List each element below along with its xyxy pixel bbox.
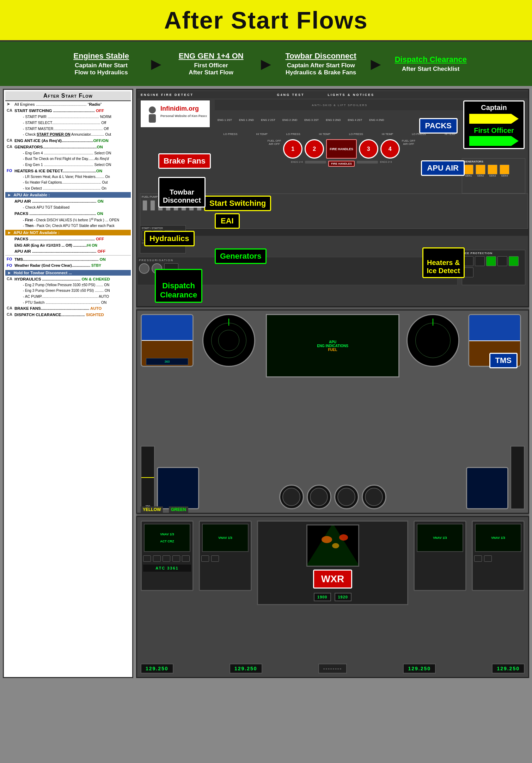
- generators-label: Generators: [220, 252, 261, 260]
- section-apu-not-available: ► APU Air NOT Available :: [5, 230, 131, 235]
- wxr-blip-1: [322, 536, 332, 543]
- nd-heading-line: [228, 319, 229, 326]
- checklist-row-eng3-pump: - Eng 3 Pump Green Pressure 3100 ±50 PSI…: [5, 288, 131, 294]
- logo-site: Infinidim.org Personal Website of Ken Pa…: [143, 103, 207, 125]
- checklist-row-eng2-pump: - Eng 2 Pump (Yellow Pressure 3100 ±50 P…: [5, 282, 131, 288]
- spacer2: [357, 161, 378, 164]
- horizon-line: [142, 340, 192, 341]
- checklist-row-disch-valves: - First - Check DISCH VALVES (½ before 1…: [5, 217, 131, 223]
- step2-title: ENG GEN 1+4 ON: [175, 51, 247, 61]
- checklist-row-pack-on: - Then - Pack On; Check APU TGT Stable a…: [5, 223, 131, 229]
- electric-section-label: ELECTRIC: [140, 229, 528, 236]
- gen4-switch: GEN4: [500, 165, 509, 177]
- checklist-row-eng-anti-ice: CA ENG ANT-ICE (As Req'd)...............…: [5, 137, 131, 144]
- right-horizon: [469, 340, 520, 341]
- wxr-blip-2: [332, 543, 339, 548]
- gauge-2: [307, 485, 331, 509]
- gauge-1: [279, 485, 304, 509]
- ice-protection-label: ICE PROTECTION: [464, 252, 524, 255]
- mfd-display: APU ENG INDICATIONS FUEL: [266, 314, 399, 377]
- pedestal-section: VNAV 1/3ACT CRZ ATC 3361: [136, 516, 529, 678]
- checklist-row-wxr: FO Weather Radar (Gnd Crew Clear).......…: [5, 263, 131, 269]
- checklist-row-heaters: FO HEATERS & ICE DETECT.................…: [5, 168, 131, 174]
- checklist-row-ptu: - PTU Switch ...........................…: [5, 300, 131, 306]
- gauge-4: [362, 485, 386, 509]
- panel-switches-row1: ENG 1 2STENG 1 2NDENG 2 2STENG 2 2ND ENG…: [218, 118, 384, 122]
- ice-protection-area: ICE PROTECTION: [462, 250, 525, 285]
- checklist-row-apu-air: APU AIR ................................…: [5, 198, 131, 204]
- instrument-section: 360 APU ENG: [136, 309, 529, 514]
- right-nd-ring: [415, 323, 451, 358]
- checklist-row-start-pwr: - START PWR ............................…: [5, 114, 131, 120]
- engine-fire-detect-label: ENGINE FIRE DETECT G4NG TEST LIGHTS & NO…: [137, 91, 528, 98]
- page-title: After Start Flows: [4, 6, 528, 34]
- atc-display: ATC 3361: [143, 565, 191, 572]
- step1-title: Engines Stable: [65, 51, 137, 61]
- svg-rect-2: [149, 114, 156, 123]
- step4-sub: After Start Checklist: [395, 66, 467, 73]
- hydraulics-label-box: Hydraulics: [144, 231, 195, 246]
- wxr-display: [306, 524, 359, 567]
- arrow-3: ►: [365, 54, 386, 74]
- fms2-keypad: [200, 554, 251, 563]
- checklist-row-eng-gen-1: - Eng Gen 1 ............................…: [5, 162, 131, 168]
- fire-handle-4: 4: [380, 139, 400, 159]
- overhead-section: ENGINE FIRE DETECT G4NG TEST LIGHTS & NO…: [136, 89, 529, 307]
- start-label: START / STARTER: [142, 227, 184, 229]
- checklist-title: After Start Flow: [5, 91, 131, 101]
- checklist-row-tms: FO TMS..................................…: [5, 256, 131, 263]
- dispatch-label-box: DispatchClearance: [155, 269, 202, 303]
- right-fms: VNAV 1/3: [472, 521, 525, 591]
- svg-text:Personal Website of Ken Pascoe: Personal Website of Ken Pascoe: [160, 114, 207, 118]
- nav-displays-row: 1900 1920: [314, 593, 351, 601]
- checklist-row-start-master: - START MASTER..........................…: [5, 126, 131, 132]
- captain-label: Captain: [469, 104, 519, 112]
- checklist-row-ac-pump: - AC PUMP...............................…: [5, 294, 131, 300]
- yellow-label-bottom: YELLOW: [141, 506, 163, 513]
- generators-label-box: Generators: [215, 248, 267, 264]
- left-pfd-display: 360: [141, 314, 194, 367]
- second-right-fms: VNAV 1/3: [414, 521, 466, 591]
- first-officer-arrow: [469, 136, 519, 146]
- step4-title: Dispatch Clearance: [395, 55, 467, 64]
- captain-arrow: [469, 114, 519, 124]
- green-label-bottom: GREEN: [169, 506, 188, 513]
- flow-step-2: ENG GEN 1+4 ON First OfficerAfter Start …: [169, 48, 253, 80]
- checklist-row-all-engines: ➤ All Engines ..........................…: [5, 101, 131, 107]
- eai-label-box: EAI: [215, 213, 240, 229]
- checklist-row-apu-air-off: APU AIR ................................…: [5, 248, 131, 254]
- apu-air-label-box: APU AIR: [421, 160, 465, 176]
- freq-spacer: --------: [318, 664, 347, 673]
- center-gauges-row: [201, 485, 464, 509]
- freq-2: 129.250: [230, 664, 262, 673]
- speed-bug: [141, 477, 154, 478]
- heaters-label: Heaters &Ice Detect: [427, 259, 460, 275]
- logo-area: Infinidim.org Personal Website of Ken Pa…: [140, 100, 210, 128]
- start-switching-label-box: Start Switching: [204, 196, 271, 211]
- fire-handle-1: 1: [283, 139, 302, 159]
- alt-tape-right: [510, 446, 525, 509]
- nd-ring-inner: [218, 330, 239, 351]
- dispatch-label: DispatchClearance: [160, 281, 197, 299]
- checklist-row-tie-check: - Bust Tie Check on First Flight of the …: [5, 156, 131, 162]
- hydraulics-label: Hydraulics: [149, 234, 189, 243]
- right-nd-display: [406, 314, 459, 367]
- wxr-label: WXR: [321, 573, 344, 584]
- packs-label: PACKS: [425, 121, 452, 130]
- bottom-instrument-row: 250: [141, 439, 525, 509]
- wxr-label-box: WXR: [313, 570, 352, 589]
- section-towbar: ► Hold for Towbar Disconnect ...: [5, 270, 131, 276]
- second-right-screen: VNAV 1/3: [417, 524, 463, 552]
- tms-label: TMS: [495, 356, 512, 365]
- left-fms-content: VNAV 1/3ACT CRZ: [160, 533, 174, 543]
- checklist-row-dispatch: CA DISPATCH CLEARANCE...................…: [5, 312, 131, 318]
- apu-air-label: APU AIR: [427, 164, 459, 172]
- freq-3: 129.250: [403, 664, 436, 673]
- packs-label-box: PACKS: [419, 118, 458, 134]
- left-fms-screen: VNAV 1/3ACT CRZ: [144, 524, 190, 552]
- wxr-blip-3: [339, 534, 348, 541]
- cockpit-area: ENGINE FIRE DETECT G4NG TEST LIGHTS & NO…: [136, 89, 529, 678]
- svg-point-1: [149, 106, 156, 113]
- compass-display: 360: [146, 358, 188, 365]
- center-pedestal: WXR 1900 1920: [257, 521, 408, 605]
